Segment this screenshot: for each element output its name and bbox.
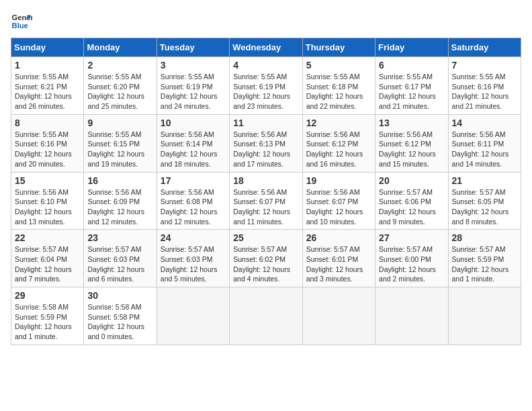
col-header-monday: Monday [84, 38, 157, 57]
day-info: Sunrise: 5:56 AMSunset: 6:12 PMDaylight:… [379, 130, 444, 169]
day-info: Sunrise: 5:56 AMSunset: 6:07 PMDaylight:… [306, 187, 371, 227]
day-info: Sunrise: 5:56 AMSunset: 6:12 PMDaylight:… [306, 130, 371, 169]
day-info: Sunrise: 5:56 AMSunset: 6:13 PMDaylight:… [233, 130, 298, 169]
calendar-cell: 21 Sunrise: 5:57 AMSunset: 6:05 PMDaylig… [448, 172, 521, 230]
calendar-cell: 27 Sunrise: 5:57 AMSunset: 6:00 PMDaylig… [375, 230, 448, 287]
day-info: Sunrise: 5:57 AMSunset: 6:02 PMDaylight:… [233, 244, 298, 284]
col-header-saturday: Saturday [448, 38, 521, 57]
day-number: 21 [452, 175, 517, 186]
day-info: Sunrise: 5:56 AMSunset: 6:14 PMDaylight:… [161, 130, 226, 169]
day-info: Sunrise: 5:58 AMSunset: 5:58 PMDaylight:… [87, 302, 152, 342]
day-number: 4 [233, 60, 298, 71]
page-header: General Blue [11, 11, 521, 32]
col-header-friday: Friday [375, 38, 448, 57]
week-row-2: 8 Sunrise: 5:55 AMSunset: 6:16 PMDayligh… [11, 114, 521, 172]
day-info: Sunrise: 5:55 AMSunset: 6:17 PMDaylight:… [379, 72, 444, 111]
calendar-cell [230, 287, 302, 345]
day-number: 7 [452, 60, 517, 71]
day-info: Sunrise: 5:56 AMSunset: 6:11 PMDaylight:… [452, 130, 517, 169]
day-number: 12 [306, 118, 371, 128]
calendar-cell: 24 Sunrise: 5:57 AMSunset: 6:03 PMDaylig… [157, 230, 229, 287]
calendar-cell: 29 Sunrise: 5:58 AMSunset: 5:59 PMDaylig… [11, 287, 84, 345]
day-number: 24 [161, 232, 226, 243]
day-info: Sunrise: 5:57 AMSunset: 6:06 PMDaylight:… [379, 187, 444, 227]
day-info: Sunrise: 5:56 AMSunset: 6:07 PMDaylight:… [233, 187, 298, 227]
svg-text:Blue: Blue [12, 21, 28, 30]
calendar-cell: 10 Sunrise: 5:56 AMSunset: 6:14 PMDaylig… [157, 114, 229, 172]
calendar-cell: 4 Sunrise: 5:55 AMSunset: 6:19 PMDayligh… [230, 57, 302, 115]
day-number: 30 [87, 290, 152, 301]
calendar-cell: 30 Sunrise: 5:58 AMSunset: 5:58 PMDaylig… [84, 287, 157, 345]
day-number: 22 [15, 232, 80, 243]
day-info: Sunrise: 5:55 AMSunset: 6:16 PMDaylight:… [15, 130, 80, 169]
day-number: 8 [15, 118, 80, 128]
day-info: Sunrise: 5:58 AMSunset: 5:59 PMDaylight:… [15, 302, 80, 342]
day-number: 2 [87, 60, 152, 71]
day-info: Sunrise: 5:57 AMSunset: 6:03 PMDaylight:… [87, 244, 152, 284]
day-number: 23 [87, 232, 152, 243]
day-number: 27 [379, 232, 444, 243]
calendar-cell [448, 287, 521, 345]
col-header-sunday: Sunday [11, 38, 84, 57]
day-info: Sunrise: 5:57 AMSunset: 6:05 PMDaylight:… [452, 187, 517, 227]
calendar-cell: 25 Sunrise: 5:57 AMSunset: 6:02 PMDaylig… [230, 230, 302, 287]
calendar-cell: 15 Sunrise: 5:56 AMSunset: 6:10 PMDaylig… [11, 172, 84, 230]
col-header-wednesday: Wednesday [230, 38, 302, 57]
day-number: 5 [306, 60, 371, 71]
calendar-cell [375, 287, 448, 345]
day-number: 25 [233, 232, 298, 243]
calendar-cell: 3 Sunrise: 5:55 AMSunset: 6:19 PMDayligh… [157, 57, 229, 115]
day-info: Sunrise: 5:57 AMSunset: 5:59 PMDaylight:… [452, 244, 517, 284]
day-number: 28 [452, 232, 517, 243]
calendar-cell: 19 Sunrise: 5:56 AMSunset: 6:07 PMDaylig… [302, 172, 375, 230]
calendar-cell: 12 Sunrise: 5:56 AMSunset: 6:12 PMDaylig… [302, 114, 375, 172]
day-info: Sunrise: 5:55 AMSunset: 6:20 PMDaylight:… [87, 72, 152, 111]
day-info: Sunrise: 5:55 AMSunset: 6:18 PMDaylight:… [306, 72, 371, 111]
calendar-cell: 23 Sunrise: 5:57 AMSunset: 6:03 PMDaylig… [84, 230, 157, 287]
week-row-4: 22 Sunrise: 5:57 AMSunset: 6:04 PMDaylig… [11, 230, 521, 287]
calendar-header-row: SundayMondayTuesdayWednesdayThursdayFrid… [11, 38, 521, 57]
day-info: Sunrise: 5:57 AMSunset: 6:01 PMDaylight:… [306, 244, 371, 284]
calendar-cell [302, 287, 375, 345]
day-info: Sunrise: 5:55 AMSunset: 6:15 PMDaylight:… [87, 130, 152, 169]
calendar-cell: 13 Sunrise: 5:56 AMSunset: 6:12 PMDaylig… [375, 114, 448, 172]
logo: General Blue [11, 11, 32, 32]
day-number: 14 [452, 118, 517, 128]
day-info: Sunrise: 5:55 AMSunset: 6:19 PMDaylight:… [161, 72, 226, 111]
day-info: Sunrise: 5:57 AMSunset: 6:00 PMDaylight:… [379, 244, 444, 284]
calendar-cell: 5 Sunrise: 5:55 AMSunset: 6:18 PMDayligh… [302, 57, 375, 115]
calendar-cell: 18 Sunrise: 5:56 AMSunset: 6:07 PMDaylig… [230, 172, 302, 230]
calendar-cell: 9 Sunrise: 5:55 AMSunset: 6:15 PMDayligh… [84, 114, 157, 172]
day-info: Sunrise: 5:57 AMSunset: 6:03 PMDaylight:… [161, 244, 226, 284]
calendar-cell: 26 Sunrise: 5:57 AMSunset: 6:01 PMDaylig… [302, 230, 375, 287]
logo-icon: General Blue [11, 11, 32, 32]
calendar-cell: 14 Sunrise: 5:56 AMSunset: 6:11 PMDaylig… [448, 114, 521, 172]
day-number: 11 [233, 118, 298, 128]
day-number: 3 [161, 60, 226, 71]
day-info: Sunrise: 5:55 AMSunset: 6:19 PMDaylight:… [233, 72, 298, 111]
day-info: Sunrise: 5:55 AMSunset: 6:21 PMDaylight:… [15, 72, 80, 111]
day-number: 29 [15, 290, 80, 301]
day-number: 18 [233, 175, 298, 186]
col-header-tuesday: Tuesday [157, 38, 229, 57]
week-row-1: 1 Sunrise: 5:55 AMSunset: 6:21 PMDayligh… [11, 57, 521, 115]
day-info: Sunrise: 5:56 AMSunset: 6:08 PMDaylight:… [161, 187, 226, 227]
week-row-5: 29 Sunrise: 5:58 AMSunset: 5:59 PMDaylig… [11, 287, 521, 345]
calendar-cell: 2 Sunrise: 5:55 AMSunset: 6:20 PMDayligh… [84, 57, 157, 115]
day-info: Sunrise: 5:57 AMSunset: 6:04 PMDaylight:… [15, 244, 80, 284]
calendar-table: SundayMondayTuesdayWednesdayThursdayFrid… [11, 38, 521, 345]
day-number: 16 [87, 175, 152, 186]
calendar-cell: 22 Sunrise: 5:57 AMSunset: 6:04 PMDaylig… [11, 230, 84, 287]
calendar-cell: 17 Sunrise: 5:56 AMSunset: 6:08 PMDaylig… [157, 172, 229, 230]
day-number: 26 [306, 232, 371, 243]
calendar-cell: 28 Sunrise: 5:57 AMSunset: 5:59 PMDaylig… [448, 230, 521, 287]
day-number: 1 [15, 60, 80, 71]
calendar-cell: 1 Sunrise: 5:55 AMSunset: 6:21 PMDayligh… [11, 57, 84, 115]
day-number: 19 [306, 175, 371, 186]
day-info: Sunrise: 5:55 AMSunset: 6:16 PMDaylight:… [452, 72, 517, 111]
calendar-cell: 20 Sunrise: 5:57 AMSunset: 6:06 PMDaylig… [375, 172, 448, 230]
day-number: 20 [379, 175, 444, 186]
col-header-thursday: Thursday [302, 38, 375, 57]
week-row-3: 15 Sunrise: 5:56 AMSunset: 6:10 PMDaylig… [11, 172, 521, 230]
calendar-cell [157, 287, 229, 345]
